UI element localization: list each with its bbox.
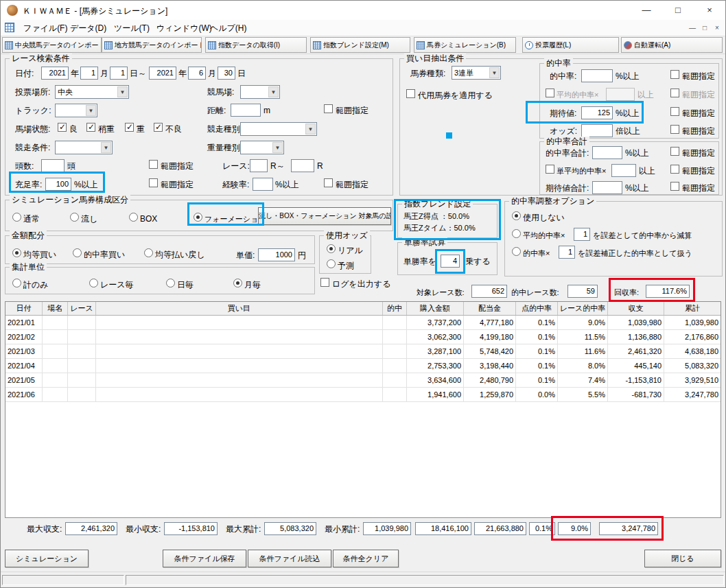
fill-rate-field[interactable]: 100 xyxy=(45,178,71,191)
toolbar-central-import-button[interactable]: 中央競馬データのインポート(J) xyxy=(2,37,102,53)
going-good-checkbox[interactable] xyxy=(58,123,67,132)
odds-range-checkbox[interactable] xyxy=(670,125,679,134)
target-horse-setting-button[interactable]: 流し・BOX・フォーメーション 対象馬の設定 xyxy=(258,207,391,225)
adjust-none-radio[interactable] xyxy=(512,211,521,220)
table-col-header[interactable]: 日付 xyxy=(5,302,43,315)
toolbar-autorun-button[interactable]: 自動運転(A) xyxy=(621,37,723,53)
adjust-avg-field[interactable]: 1 xyxy=(574,228,590,241)
load-condition-button[interactable]: 条件ファイル読込 xyxy=(248,550,331,567)
composition-nagashi-radio[interactable] xyxy=(70,213,79,222)
agg-per-race-radio[interactable] xyxy=(89,279,98,287)
table-col-header[interactable]: 配当金 xyxy=(464,302,516,315)
date-from-day-field[interactable]: 1 xyxy=(110,67,128,80)
avg-hit-range-checkbox[interactable] xyxy=(670,89,679,97)
adjust-hit-field[interactable]: 1 xyxy=(559,246,575,259)
toolbar-history-button[interactable]: 投票履歴(L) xyxy=(522,37,619,53)
maximize-icon[interactable]: □ xyxy=(662,1,694,20)
hit-total-range-checkbox[interactable] xyxy=(670,147,679,156)
adjust-avg-radio[interactable] xyxy=(512,229,521,238)
table-row[interactable]: 2021/04 2,753,300 3,198,440 0.1% 8.0% 44… xyxy=(5,359,721,373)
close-button[interactable]: 閉じる xyxy=(644,550,721,567)
expect-total-range-checkbox[interactable] xyxy=(670,182,679,191)
table-col-header[interactable]: 買い目 xyxy=(96,302,383,315)
odds-real-radio[interactable] xyxy=(327,244,336,253)
table-col-header[interactable]: 点的中率 xyxy=(516,302,558,315)
race-type-select[interactable]: ▼ xyxy=(240,122,317,136)
simulate-button[interactable]: シミュレーション xyxy=(5,550,89,567)
course-select[interactable]: ▼ xyxy=(240,85,280,99)
going-soft-checkbox[interactable] xyxy=(125,123,134,132)
composition-normal-radio[interactable] xyxy=(12,213,21,222)
table-row[interactable]: 2021/01 3,737,200 4,777,180 0.1% 9.0% 1,… xyxy=(5,316,721,330)
mdi-minimize-icon[interactable]: — xyxy=(687,23,698,34)
minimize-icon[interactable]: — xyxy=(631,1,662,20)
agg-total-only-radio[interactable] xyxy=(12,279,21,287)
race-no-to-field[interactable] xyxy=(291,159,314,172)
win-rate-power-field[interactable]: 4 xyxy=(441,255,460,268)
avg-hit-checkbox[interactable] xyxy=(546,89,554,97)
amount-by-hit-radio[interactable] xyxy=(73,248,82,257)
hit-rate-field[interactable] xyxy=(581,69,613,82)
hit-rate-range-checkbox[interactable] xyxy=(670,70,679,79)
toolbar-simulation-button[interactable]: 馬券シミュレーション(B) xyxy=(414,37,516,53)
toolbar-index-blend-button[interactable]: 指数ブレンド設定(M) xyxy=(310,37,410,53)
menu-help[interactable]: ヘルプ(H) xyxy=(204,20,253,36)
save-condition-button[interactable]: 条件ファイル保存 xyxy=(163,550,246,567)
hit-total-field[interactable] xyxy=(592,146,622,159)
unit-price-field[interactable]: 1000 xyxy=(258,248,295,261)
agg-per-month-radio[interactable] xyxy=(233,279,242,287)
exp-range-checkbox[interactable] xyxy=(324,178,333,187)
table-col-header[interactable]: 的中 xyxy=(383,302,407,315)
substitute-checkbox[interactable] xyxy=(406,89,415,98)
table-row[interactable]: 2021/06 1,941,600 1,259,870 0.0% 5.5% -6… xyxy=(5,388,721,402)
date-to-day-field[interactable]: 30 xyxy=(218,67,235,80)
date-from-year-field[interactable]: 2021 xyxy=(41,67,69,80)
menu-data[interactable]: データ(D) xyxy=(64,20,113,36)
date-from-month-field[interactable]: 1 xyxy=(80,67,98,80)
table-col-header[interactable]: 購入金額 xyxy=(407,302,464,315)
table-col-header[interactable]: レース xyxy=(68,302,96,315)
race-cond-select[interactable]: ▼ xyxy=(55,141,113,154)
table-col-header[interactable]: 収支 xyxy=(608,302,664,315)
table-col-header[interactable]: 場名 xyxy=(43,302,68,315)
table-col-header[interactable]: レース的中率 xyxy=(558,302,608,315)
distance-field[interactable] xyxy=(231,104,261,117)
race-no-from-field[interactable] xyxy=(250,159,268,172)
odds-forecast-radio[interactable] xyxy=(327,259,336,268)
weight-type-select[interactable]: ▼ xyxy=(240,141,284,154)
adjust-hit-radio[interactable] xyxy=(512,247,521,256)
fill-range-checkbox[interactable] xyxy=(149,178,158,187)
heads-range-checkbox[interactable] xyxy=(149,160,158,169)
place-select[interactable]: 中央▼ xyxy=(55,85,129,99)
going-yielding-checkbox[interactable] xyxy=(86,123,95,132)
expected-range-checkbox[interactable] xyxy=(670,107,679,116)
amount-equal-radio[interactable] xyxy=(12,248,21,257)
expected-value-field[interactable]: 125 xyxy=(581,106,613,119)
distance-range-checkbox[interactable] xyxy=(324,104,333,113)
toolbar-index-fetch-button[interactable]: 指数データの取得(I) xyxy=(205,37,307,53)
agg-per-day-radio[interactable] xyxy=(166,279,175,287)
composition-formation-radio[interactable] xyxy=(194,213,202,222)
track-select[interactable]: ▼ xyxy=(55,104,97,117)
toolbar-local-import-button[interactable]: 地方競馬データのインポート(N) xyxy=(102,37,202,53)
table-col-header[interactable]: 累計 xyxy=(664,302,721,315)
menu-tools[interactable]: ツール(T) xyxy=(108,20,156,36)
clear-condition-button[interactable]: 条件全クリア xyxy=(333,550,399,567)
odds-field[interactable] xyxy=(581,124,613,137)
close-icon[interactable]: × xyxy=(694,1,725,20)
exp-rate-field[interactable] xyxy=(253,178,273,191)
ticket-type-select[interactable]: 3連単▼ xyxy=(452,66,501,80)
heads-field[interactable] xyxy=(41,159,65,172)
log-output-checkbox[interactable] xyxy=(320,278,329,287)
going-heavy-checkbox[interactable] xyxy=(154,123,163,132)
amount-equal-refund-radio[interactable] xyxy=(144,248,153,257)
avg-total-checkbox[interactable] xyxy=(546,165,554,174)
mdi-close-icon[interactable]: × xyxy=(712,23,723,34)
table-row[interactable]: 2021/02 3,062,300 4,199,180 0.1% 11.5% 1… xyxy=(5,330,721,344)
avg-total-range-checkbox[interactable] xyxy=(670,165,679,174)
avg-total-field[interactable] xyxy=(611,164,636,177)
composition-box-radio[interactable] xyxy=(129,213,138,222)
date-to-month-field[interactable]: 6 xyxy=(188,67,206,80)
expect-total-field[interactable] xyxy=(592,181,622,194)
table-row[interactable]: 2021/05 3,634,600 2,480,790 0.1% 7.4% -1… xyxy=(5,373,721,388)
